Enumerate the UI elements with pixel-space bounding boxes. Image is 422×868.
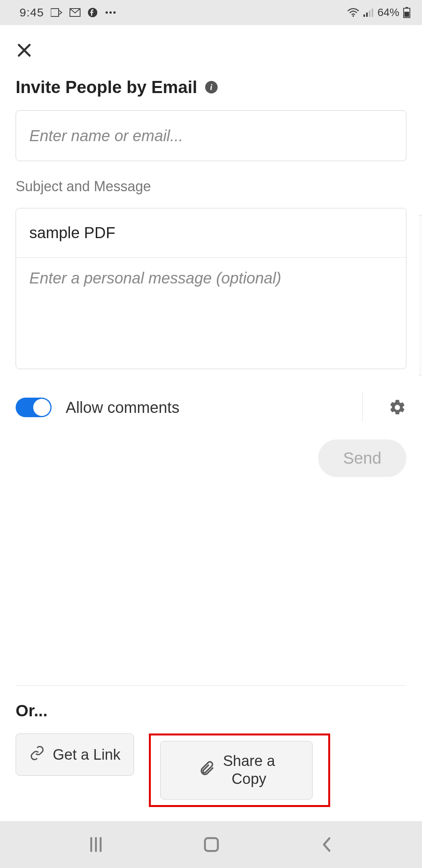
android-nav-bar: [0, 821, 422, 868]
gear-icon[interactable]: [388, 398, 406, 416]
status-left: 9:45: [20, 6, 116, 19]
gmail-icon: [70, 8, 80, 17]
status-bar: 9:45 64%: [0, 0, 422, 25]
status-right: 64%: [347, 6, 410, 19]
subject-message-label: Subject and Message: [16, 178, 406, 195]
get-link-button[interactable]: Get a Link: [16, 733, 134, 776]
status-time: 9:45: [20, 6, 44, 19]
svg-rect-9: [369, 11, 370, 17]
svg-rect-13: [404, 12, 409, 17]
page-title: Invite People by Email: [16, 77, 197, 97]
svg-rect-7: [363, 14, 365, 17]
signal-icon: [363, 8, 374, 17]
wifi-icon: [347, 8, 359, 17]
send-button[interactable]: Send: [318, 439, 406, 477]
nav-recents-icon[interactable]: [90, 837, 102, 852]
svg-rect-10: [372, 9, 373, 17]
share-copy-label-1: Share a: [223, 752, 275, 770]
highlight-box: Share a Copy: [149, 733, 330, 807]
close-icon[interactable]: [16, 41, 33, 58]
svg-rect-0: [51, 9, 59, 16]
message-group: [16, 208, 406, 369]
toggle-knob: [33, 399, 50, 416]
svg-point-4: [109, 11, 112, 14]
battery-percent: 64%: [377, 6, 399, 19]
allow-comments-label: Allow comments: [66, 399, 348, 416]
link-icon: [29, 745, 45, 764]
paperclip-icon: [198, 760, 215, 781]
get-link-label: Get a Link: [53, 746, 120, 763]
share-copy-label-2: Copy: [232, 770, 266, 788]
outlook-icon: [51, 8, 63, 17]
svg-point-6: [352, 15, 354, 17]
battery-icon: [403, 7, 410, 18]
alternate-share: Or... Get a Link Share a Copy: [0, 685, 422, 821]
or-label: Or...: [16, 701, 406, 720]
svg-point-3: [106, 11, 108, 14]
separator: [362, 393, 363, 422]
email-field[interactable]: [16, 110, 406, 161]
share-panel: Invite People by Email i Subject and Mes…: [0, 25, 422, 821]
scroll-indicator[interactable]: [419, 215, 422, 375]
divider: [16, 685, 406, 686]
nav-home-icon[interactable]: [204, 837, 219, 852]
svg-point-5: [113, 11, 116, 14]
svg-rect-8: [366, 13, 368, 17]
info-icon[interactable]: i: [205, 81, 218, 93]
share-copy-button[interactable]: Share a Copy: [160, 741, 313, 800]
facebook-icon: [88, 7, 98, 18]
message-field[interactable]: [16, 258, 406, 367]
more-icon: [105, 11, 116, 14]
subject-field[interactable]: [16, 208, 406, 258]
allow-comments-toggle[interactable]: [16, 398, 52, 417]
nav-back-icon[interactable]: [322, 837, 332, 852]
